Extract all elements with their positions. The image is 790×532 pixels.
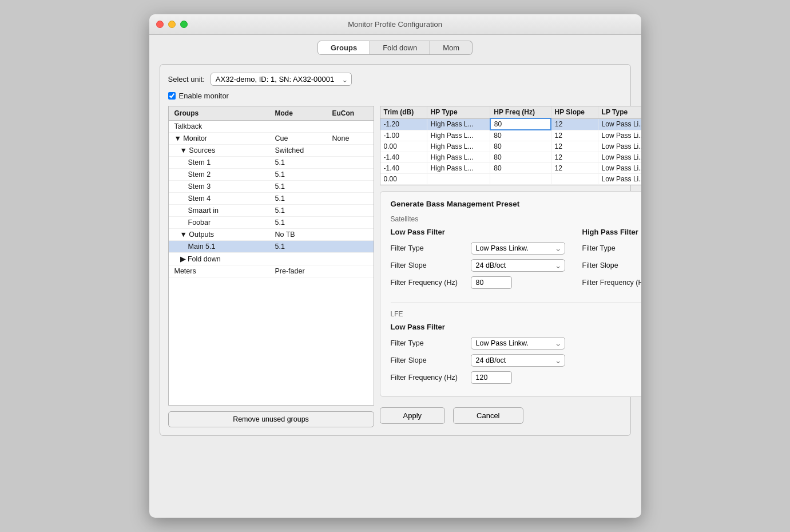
lp-filter-type-label: Filter Type <box>391 244 465 252</box>
row-label: ▼ Outputs <box>172 230 273 239</box>
row-mode: 5.1 <box>273 182 330 191</box>
td-hp-type: High Pass L... <box>427 118 490 130</box>
lp-filter-slope-select[interactable]: 24 dB/oct <box>471 259 565 272</box>
unit-select[interactable]: AX32-demo, ID: 1, SN: AX32-00001 <box>211 73 352 86</box>
lfe-filter-type-label: Filter Type <box>391 339 465 347</box>
lfe-filter-col: Low Pass Filter Filter Type Low Pass Lin… <box>391 323 641 388</box>
tree-row[interactable]: Stem 2 5.1 <box>169 169 374 181</box>
td-trim: -1.40 <box>380 152 427 163</box>
apply-button[interactable]: Apply <box>380 407 446 424</box>
row-mode: Switched <box>273 146 330 155</box>
th-hp-slope: HP Slope <box>551 106 598 118</box>
table-row[interactable]: 0.00 High Pass L... 80 12 Low Pass Li...… <box>380 141 641 152</box>
cancel-button[interactable]: Cancel <box>453 407 523 424</box>
tab-folddown[interactable]: Fold down <box>370 41 430 55</box>
row-label: Stem 3 <box>172 182 273 191</box>
lfe-filter-freq-input[interactable] <box>471 371 512 384</box>
action-buttons: Apply Cancel <box>380 397 641 427</box>
outer-panel: Select unit: AX32-demo, ID: 1, SN: AX32-… <box>160 64 631 436</box>
td-hp-type: High Pass L... <box>427 163 490 174</box>
right-panel: Trim (dB) HP Type HP Freq (Hz) HP Slope … <box>380 106 641 427</box>
row-label: ▼ Monitor <box>172 134 273 143</box>
table-row[interactable]: -1.40 High Pass L... 80 12 Low Pass Li..… <box>380 152 641 163</box>
hp-filter-slope-label: Filter Slope <box>582 261 641 269</box>
tree-row[interactable]: ▼ Monitor Cue None <box>169 133 374 145</box>
tree-row[interactable]: ▶ Fold down <box>169 253 374 265</box>
row-label: Meters <box>172 267 273 276</box>
tree-row[interactable]: Stem 3 5.1 <box>169 181 374 193</box>
row-mode <box>273 254 330 264</box>
td-lp-type: Low Pass Li... <box>598 174 641 185</box>
lfe-filter-type-select[interactable]: Low Pass Linkw. <box>471 337 565 350</box>
tree-row[interactable]: Smaart in 5.1 <box>169 205 374 217</box>
tree-row[interactable]: Talkback <box>169 121 374 133</box>
lp-filter-freq-input[interactable] <box>471 276 512 289</box>
row-eucon <box>330 122 370 131</box>
hp-filter-freq-row: Filter Frequency (Hz) <box>582 276 641 289</box>
minimize-button[interactable] <box>168 21 176 28</box>
hp-filter-slope-row: Filter Slope 24 dB/oct <box>582 259 641 272</box>
td-lp-type: Low Pass Li... <box>598 130 641 141</box>
row-label: Smaart in <box>172 206 273 215</box>
tab-mom[interactable]: Mom <box>430 41 473 55</box>
row-mode: Pre-fader <box>273 267 330 276</box>
tree-row[interactable]: Stem 1 5.1 <box>169 157 374 169</box>
td-hp-freq: 80 <box>490 130 551 141</box>
lfe-left: Low Pass Filter Filter Type Low Pass Lin… <box>391 323 641 388</box>
tree-row[interactable]: Foobar 5.1 <box>169 217 374 229</box>
row-mode: 5.1 <box>273 206 330 215</box>
lfe-filter-slope-select-wrap: 24 dB/oct <box>471 354 565 367</box>
row-mode: 5.1 <box>273 218 330 227</box>
data-table: Trim (dB) HP Type HP Freq (Hz) HP Slope … <box>380 106 641 185</box>
row-label: Stem 4 <box>172 194 273 203</box>
enable-monitor-checkbox[interactable] <box>168 92 176 100</box>
td-hp-type <box>427 174 490 185</box>
col-groups: Groups <box>172 108 273 118</box>
lp-filter-type-select[interactable]: Low Pass Linkw. <box>471 242 565 255</box>
td-hp-slope: 12 <box>551 130 598 141</box>
lfe-filter-slope-row: Filter Slope 24 dB/oct <box>391 354 641 367</box>
table-row[interactable]: -1.20 High Pass L... 80 12 Low Pass Li..… <box>380 118 641 130</box>
row-label: Stem 2 <box>172 170 273 179</box>
tree-row[interactable]: Meters Pre-fader <box>169 265 374 277</box>
td-hp-slope: 12 <box>551 118 598 130</box>
row-eucon <box>330 182 370 191</box>
table-header-row: Trim (dB) HP Type HP Freq (Hz) HP Slope … <box>380 106 641 118</box>
close-button[interactable] <box>156 21 164 28</box>
table-row[interactable]: -1.40 High Pass L... 80 12 Low Pass Li..… <box>380 163 641 174</box>
enable-monitor-label: Enable monitor <box>179 92 229 100</box>
bass-panel-title: Generate Bass Management Preset <box>391 200 641 208</box>
row-eucon <box>330 254 370 264</box>
row-eucon <box>330 194 370 203</box>
maximize-button[interactable] <box>180 21 188 28</box>
tree-row[interactable]: Stem 4 5.1 <box>169 193 374 205</box>
td-hp-freq <box>490 174 551 185</box>
td-trim: -1.20 <box>380 118 427 130</box>
high-pass-title: High Pass Filter <box>582 228 641 236</box>
row-mode <box>273 122 330 131</box>
traffic-lights <box>156 21 188 28</box>
remove-unused-groups-button[interactable]: Remove unused groups <box>168 411 374 427</box>
tree-row-selected[interactable]: Main 5.1 5.1 <box>169 241 374 253</box>
row-label: ▶ Fold down <box>172 254 273 264</box>
td-hp-type: High Pass L... <box>427 130 490 141</box>
lfe-filter-slope-select[interactable]: 24 dB/oct <box>471 354 565 367</box>
table-row[interactable]: 0.00 Low Pass Li... 120 12 <box>380 174 641 185</box>
td-lp-type: Low Pass Li... <box>598 163 641 174</box>
td-trim: -1.40 <box>380 163 427 174</box>
td-hp-freq[interactable]: 80 <box>490 118 551 130</box>
lfe-filter-type-select-wrap: Low Pass Linkw. <box>471 337 565 350</box>
lfe-filter-slope-label: Filter Slope <box>391 356 465 364</box>
lfe-filter-freq-label: Filter Frequency (Hz) <box>391 374 465 382</box>
row-label: ▼ Sources <box>172 146 273 155</box>
satellites-label: Satellites <box>391 215 641 223</box>
tree-row[interactable]: ▼ Outputs No TB <box>169 229 374 241</box>
td-hp-slope: 12 <box>551 141 598 152</box>
row-eucon <box>330 218 370 227</box>
tree-row[interactable]: ▼ Sources Switched <box>169 145 374 157</box>
lfe-filter-type-row: Filter Type Low Pass Linkw. <box>391 337 641 350</box>
lp-filter-slope-label: Filter Slope <box>391 261 465 269</box>
tab-groups[interactable]: Groups <box>317 41 370 55</box>
td-hp-freq: 80 <box>490 152 551 163</box>
table-row[interactable]: -1.00 High Pass L... 80 12 Low Pass Li..… <box>380 130 641 141</box>
